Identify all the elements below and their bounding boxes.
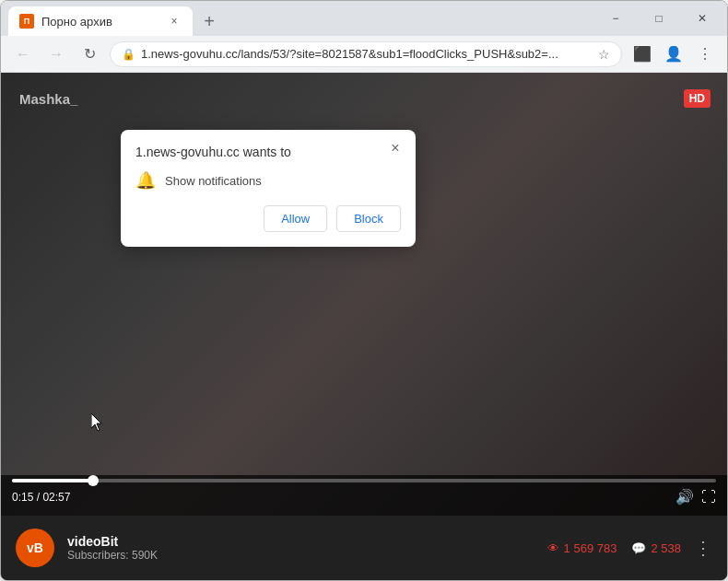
reload-button[interactable]: ↻ [76, 41, 102, 67]
more-options-icon[interactable]: ⋮ [694, 537, 712, 559]
progress-bar[interactable] [12, 479, 716, 482]
url-text: 1.news-govuhu.cc/lands/53/?site=8021587&… [141, 47, 593, 61]
progress-thumb [88, 475, 99, 486]
forward-button[interactable]: → [43, 41, 69, 67]
tab-favicon: П [19, 14, 34, 29]
permission-popup: 1.news-govuhu.cc wants to × 🔔 Show notif… [121, 130, 416, 247]
channel-bar: vB videoBit Subscribers: 590K 👁 1 569 78… [1, 516, 727, 580]
channel-info: videoBit Subscribers: 590K [67, 534, 534, 562]
views-count: 1 569 783 [564, 541, 617, 555]
browser-window: П Порно архив × + − □ ✕ ← → ↻ 🔒 1.news-g… [0, 0, 728, 581]
comments-count: 2 538 [651, 541, 681, 555]
eye-icon: 👁 [547, 541, 559, 555]
controls-row: 0:15 / 02:57 🔊 ⛶ [12, 488, 716, 505]
url-bar[interactable]: 🔒 1.news-govuhu.cc/lands/53/?site=802158… [110, 41, 622, 67]
volume-icon[interactable]: 🔊 [675, 488, 694, 505]
popup-buttons: Allow Block [135, 205, 401, 232]
profile-icon[interactable]: 👤 [661, 41, 687, 67]
progress-fill [12, 479, 97, 482]
hd-badge: HD [684, 89, 710, 108]
popup-close-button[interactable]: × [386, 139, 405, 157]
address-bar: ← → ↻ 🔒 1.news-govuhu.cc/lands/53/?site=… [1, 36, 727, 73]
channel-avatar[interactable]: vB [16, 529, 54, 567]
main-content: Mashka_ HD 0:15 / 02:57 🔊 [1, 73, 727, 580]
forward-icon: → [49, 46, 64, 63]
window-controls: − □ ✕ [591, 1, 727, 36]
comments-stat: 💬 2 538 [631, 541, 681, 555]
channel-stats: 👁 1 569 783 💬 2 538 [547, 541, 681, 555]
maximize-button[interactable]: □ [638, 1, 680, 36]
lock-icon: 🔒 [122, 48, 135, 61]
controls-right: 🔊 ⛶ [675, 488, 716, 505]
fullscreen-icon[interactable]: ⛶ [701, 489, 716, 505]
allow-button[interactable]: Allow [264, 205, 327, 232]
new-tab-button[interactable]: + [196, 8, 222, 34]
extensions-icon[interactable]: ⬛ [629, 41, 655, 67]
back-icon: ← [16, 46, 30, 63]
views-stat: 👁 1 569 783 [547, 541, 617, 555]
block-button[interactable]: Block [336, 205, 401, 232]
toolbar-icons: ⬛ 👤 ⋮ [629, 41, 718, 67]
close-button[interactable]: ✕ [681, 1, 723, 36]
time-display: 0:15 / 02:57 [12, 491, 70, 504]
video-controls: 0:15 / 02:57 🔊 ⛶ [1, 475, 727, 516]
minimize-button[interactable]: − [594, 1, 637, 36]
back-button[interactable]: ← [10, 41, 36, 67]
tab-close-button[interactable]: × [167, 14, 182, 29]
reload-icon: ↻ [84, 45, 96, 63]
comment-icon: 💬 [631, 541, 646, 555]
bookmark-icon[interactable]: ☆ [598, 47, 610, 62]
bell-icon: 🔔 [135, 170, 156, 191]
popup-title: 1.news-govuhu.cc wants to [135, 145, 401, 159]
video-overlay-text: Mashka_ [19, 91, 77, 107]
channel-name[interactable]: videoBit [67, 534, 534, 549]
notification-row: 🔔 Show notifications [135, 170, 401, 191]
channel-subscribers: Subscribers: 590K [67, 549, 534, 562]
tab-title: Порно архив [41, 15, 159, 29]
notification-text: Show notifications [165, 174, 262, 188]
active-tab[interactable]: П Порно архив × [8, 6, 193, 36]
menu-icon[interactable]: ⋮ [692, 41, 718, 67]
title-bar: П Порно архив × + − □ ✕ [1, 1, 727, 36]
